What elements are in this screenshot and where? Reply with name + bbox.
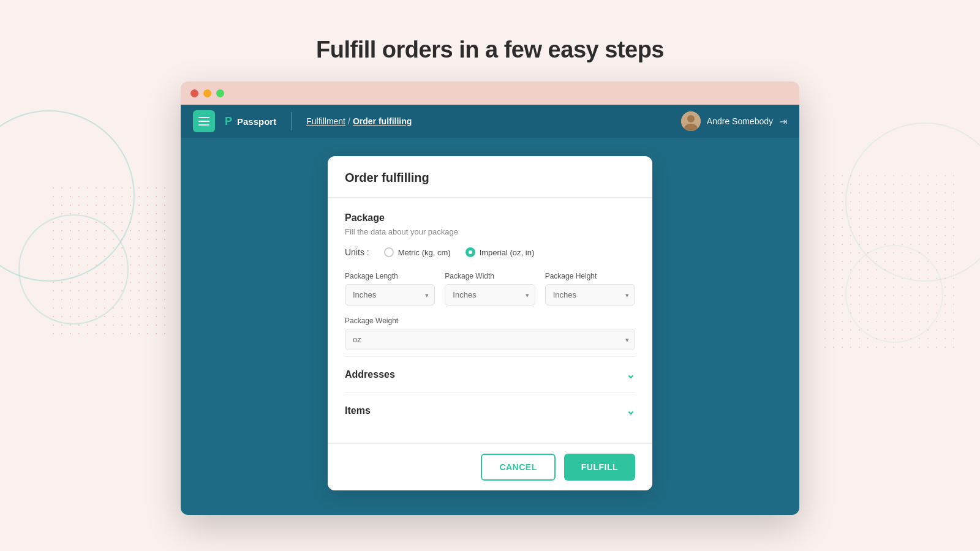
package-width-select[interactable]: Inches Feet Cm xyxy=(445,284,535,305)
header-right: Andre Somebody ⇥ xyxy=(681,111,787,131)
breadcrumb: Fulfillment / Order fulfilling xyxy=(306,116,412,126)
cancel-button[interactable]: CANCEL xyxy=(481,454,555,481)
avatar xyxy=(681,111,701,131)
browser-dot-yellow[interactable] xyxy=(203,89,211,97)
package-section: Package Fill the data about your package… xyxy=(345,212,635,350)
bg-dots-left xyxy=(49,184,172,337)
metric-label: Metric (kg, cm) xyxy=(398,248,451,257)
package-height-group: Package Height Inches Feet Cm ▾ xyxy=(545,272,635,305)
package-length-label: Package Length xyxy=(345,272,435,280)
package-weight-label: Package Weight xyxy=(345,317,635,325)
metric-radio-circle xyxy=(384,247,394,257)
package-weight-select[interactable]: oz lbs kg g xyxy=(345,329,635,350)
browser-window: P Passport Fulfillment / Order fulfillin… xyxy=(181,81,799,515)
header-divider xyxy=(291,112,292,130)
breadcrumb-current: Order fulfilling xyxy=(353,116,412,126)
imperial-radio-option[interactable]: Imperial (oz, in) xyxy=(466,247,535,257)
items-title: Items xyxy=(345,405,371,416)
page-title: Fulfill orders in a few easy steps xyxy=(0,0,980,81)
units-row: Units : Metric (kg, cm) Imperial (oz, in… xyxy=(345,247,635,257)
modal-title: Order fulfilling xyxy=(345,171,635,185)
package-width-group: Package Width Inches Feet Cm ▾ xyxy=(445,272,535,305)
package-section-title: Package xyxy=(345,212,635,223)
logo-icon: P xyxy=(225,115,232,128)
modal-footer: CANCEL FULFILL xyxy=(328,443,652,490)
logo-area: P Passport xyxy=(225,115,276,128)
app-header: P Passport Fulfillment / Order fulfillin… xyxy=(181,105,799,138)
breadcrumb-separator: / xyxy=(348,116,350,126)
imperial-label: Imperial (oz, in) xyxy=(480,248,535,257)
package-height-wrapper: Inches Feet Cm ▾ xyxy=(545,284,635,305)
package-width-wrapper: Inches Feet Cm ▾ xyxy=(445,284,535,305)
breadcrumb-parent[interactable]: Fulfillment xyxy=(306,116,345,126)
logo-text: Passport xyxy=(237,116,276,127)
package-length-wrapper: Inches Feet Cm ▾ xyxy=(345,284,435,305)
package-length-group: Package Length Inches Feet Cm ▾ xyxy=(345,272,435,305)
browser-dot-green[interactable] xyxy=(216,89,224,97)
dimensions-row: Package Length Inches Feet Cm ▾ xyxy=(345,272,635,305)
imperial-radio-circle xyxy=(466,247,475,257)
package-width-label: Package Width xyxy=(445,272,535,280)
package-length-select[interactable]: Inches Feet Cm xyxy=(345,284,435,305)
svg-point-1 xyxy=(687,115,695,122)
items-chevron-icon: ⌄ xyxy=(626,404,635,418)
package-height-select[interactable]: Inches Feet Cm xyxy=(545,284,635,305)
menu-icon-line1 xyxy=(198,117,209,118)
app-content: Order fulfilling Package Fill the data a… xyxy=(181,138,799,515)
items-section[interactable]: Items ⌄ xyxy=(345,392,635,429)
units-label: Units : xyxy=(345,247,369,257)
addresses-chevron-icon: ⌄ xyxy=(626,368,635,381)
menu-icon-line2 xyxy=(198,121,209,122)
package-weight-wrapper: oz lbs kg g ▾ xyxy=(345,329,635,350)
modal-card: Order fulfilling Package Fill the data a… xyxy=(328,156,652,490)
browser-titlebar xyxy=(181,81,799,105)
modal-header: Order fulfilling xyxy=(328,156,652,198)
menu-icon-line3 xyxy=(198,124,209,126)
package-weight-group: Package Weight oz lbs kg g ▾ xyxy=(345,317,635,350)
package-height-label: Package Height xyxy=(545,272,635,280)
menu-button[interactable] xyxy=(193,110,215,132)
fulfill-button[interactable]: FULFILL xyxy=(564,454,635,481)
browser-dot-red[interactable] xyxy=(190,89,198,97)
modal-body: Package Fill the data about your package… xyxy=(328,198,652,443)
metric-radio-option[interactable]: Metric (kg, cm) xyxy=(384,247,451,257)
package-section-subtitle: Fill the data about your package xyxy=(345,227,635,236)
bg-dots-right xyxy=(821,171,956,355)
logout-icon[interactable]: ⇥ xyxy=(779,116,787,127)
header-left: P Passport Fulfillment / Order fulfillin… xyxy=(193,110,412,132)
user-name: Andre Somebody xyxy=(707,116,773,126)
addresses-title: Addresses xyxy=(345,369,395,380)
addresses-section[interactable]: Addresses ⌄ xyxy=(345,356,635,392)
